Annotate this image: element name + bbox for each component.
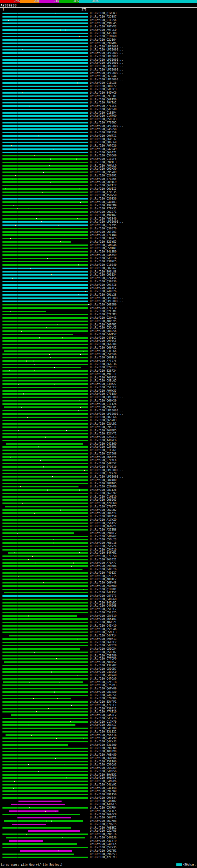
- hit-label[interactable]: UniRef100_Q5K4Y2: [90, 522, 117, 525]
- hit-row[interactable]: UniRef100_C4Y714: [0, 634, 197, 638]
- hit-row[interactable]: UniRef100_B9SU88: [0, 270, 197, 273]
- hit-label[interactable]: UniRef100_P49026: [90, 290, 117, 293]
- hit-row[interactable]: UniRef100_C1H7G9: [0, 114, 197, 118]
- hit-row[interactable]: UniRef100_A2ELV3: [0, 856, 197, 859]
- hit-label[interactable]: UniRef100_A8Q1C2: [90, 578, 117, 581]
- hit-label[interactable]: UniRef100_Q81I26: [90, 489, 117, 491]
- hit-row[interactable]: UniRef100_A9NVL9: [0, 164, 197, 167]
- hit-row[interactable]: UniRef100_Q22AQ6: [0, 829, 197, 833]
- hit-row[interactable]: UniRef100_Q2UUD1: [0, 422, 197, 426]
- hit-row[interactable]: UniRef100_Q6YII7: [0, 184, 197, 187]
- hit-label[interactable]: UniRef100_Q29991: [90, 174, 117, 177]
- hit-label[interactable]: UniRef100_B6JXH8: [90, 820, 117, 823]
- hit-label[interactable]: UniRef100_C4M9P6: [90, 780, 117, 783]
- hit-row[interactable]: UniRef100_A7S9W5: [0, 121, 197, 124]
- hit-label[interactable]: UniRef100_B7Q810: [90, 466, 117, 468]
- hit-row[interactable]: UniRef100_C7EWL6: [0, 459, 197, 462]
- hit-label[interactable]: UniRef100_C4Y714: [90, 634, 117, 637]
- hit-label[interactable]: UniRef100_Q41369: [90, 442, 117, 445]
- hit-row[interactable]: UniRef100_Q9HVM6: [0, 41, 197, 45]
- hit-row[interactable]: UniRef100_Q6P1V0: [0, 98, 197, 101]
- hit-row[interactable]: UniRef100_B0BZ72: [0, 85, 197, 88]
- hit-label[interactable]: UniRef100_B0XXY1: [90, 512, 117, 515]
- hit-label[interactable]: UniRef100_A3LNH7: [90, 664, 117, 667]
- hit-row[interactable]: UniRef100_B6K6V5: [0, 456, 197, 459]
- hit-label[interactable]: UniRef100_B9E150: [90, 793, 117, 796]
- hit-row[interactable]: UniRef100_C5L325: [0, 611, 197, 614]
- hit-row[interactable]: UniRef100_Q5EJ80: [0, 654, 197, 657]
- hit-row[interactable]: UniRef100_P49026: [0, 290, 197, 293]
- hit-row[interactable]: UniRef100_B9ENF3: [0, 776, 197, 780]
- hit-label[interactable]: UniRef100_B9EAW0: [90, 790, 117, 793]
- hit-row[interactable]: UniRef100_A8WGZ1: [0, 621, 197, 624]
- hit-row[interactable]: UniRef100_UPI0000...: [0, 52, 197, 55]
- hit-row[interactable]: UniRef100_C4LV92: [0, 783, 197, 786]
- hit-label[interactable]: UniRef100_C5P5X6: [90, 353, 117, 355]
- hit-row[interactable]: UniRef100_Q6UII5: [0, 187, 197, 191]
- hit-label[interactable]: UniRef100_UPI0000...: [90, 72, 123, 74]
- hit-label[interactable]: UniRef100_C9PTF3: [90, 161, 117, 164]
- hit-row[interactable]: UniRef100_C8BLQ5: [0, 379, 197, 382]
- hit-row[interactable]: UniRef100_Q8T6T3: [0, 594, 197, 598]
- hit-label[interactable]: UniRef100_A7S9W5: [90, 121, 117, 124]
- hit-row[interactable]: UniRef100_Q5CRU4: [0, 806, 197, 809]
- hit-row[interactable]: UniRef100_C39XC5: [0, 237, 197, 240]
- hit-row[interactable]: UniRef100_A66U16: [0, 541, 197, 545]
- hit-row[interactable]: UniRef100_B7FJT0: [0, 306, 197, 310]
- hit-row[interactable]: UniRef100_Q40403: [0, 200, 197, 204]
- hit-row[interactable]: UniRef100_Q7QWT5: [0, 823, 197, 826]
- hit-row[interactable]: UniRef100_Q091L9: [0, 180, 197, 184]
- hit-row[interactable]: UniRef100_Q42249: [0, 148, 197, 151]
- hit-label[interactable]: UniRef100_UPI0000...: [90, 52, 123, 55]
- hit-label[interactable]: UniRef100_B8NT05: [90, 482, 117, 485]
- hit-row[interactable]: UniRef100_B4JE19: [0, 257, 197, 260]
- hit-label[interactable]: UniRef100_A8PBV5: [90, 320, 117, 323]
- hit-label[interactable]: UniRef100_UPI0000...: [90, 297, 123, 300]
- hit-row[interactable]: UniRef100_A9TLL0: [0, 28, 197, 32]
- hit-label[interactable]: UniRef100_C5L3C7: [90, 608, 117, 611]
- hit-label[interactable]: UniRef100_A4HWE5: [90, 803, 117, 806]
- hit-row[interactable]: UniRef100_Q2FBW5: [0, 445, 197, 448]
- hit-label[interactable]: UniRef100_B4K3F2: [90, 714, 117, 716]
- hit-label[interactable]: UniRef100_C4QP68: [90, 598, 117, 601]
- hit-row[interactable]: UniRef100_P46654: [0, 694, 197, 697]
- hit-row[interactable]: UniRef100_Q41369: [0, 442, 197, 445]
- hit-row[interactable]: UniRef100_Q4PES2: [0, 462, 197, 465]
- hit-label[interactable]: UniRef100_UPI0000...: [90, 469, 123, 472]
- hit-row[interactable]: UniRef100_A7E2L4: [0, 104, 197, 108]
- hit-row[interactable]: UniRef100_UPI0000...: [0, 45, 197, 48]
- hit-row[interactable]: UniRef100_C1C2G1: [0, 448, 197, 452]
- hit-row[interactable]: UniRef100_A3LNH7: [0, 664, 197, 667]
- hit-row[interactable]: UniRef100_Q96653: [0, 852, 197, 856]
- hit-row[interactable]: UniRef100_Q81I26: [0, 488, 197, 492]
- hit-label[interactable]: UniRef100_B2CNY1: [90, 432, 117, 435]
- hit-row[interactable]: UniRef100_A5DWU0: [0, 584, 197, 588]
- hit-row[interactable]: UniRef100_Q663B4: [0, 343, 197, 346]
- hit-label[interactable]: UniRef100_Q6UII5: [90, 188, 117, 190]
- hit-row[interactable]: UniRef100_Q6VEJ7: [0, 137, 197, 141]
- hit-label[interactable]: UniRef100_C4Q2C0: [90, 671, 117, 673]
- hit-row[interactable]: UniRef100_Q6CNI7: [0, 723, 197, 727]
- hit-row[interactable]: UniRef100_A9NW35: [0, 389, 197, 393]
- hit-row[interactable]: UniRef100_Q21215: [0, 575, 197, 578]
- hit-row[interactable]: UniRef100_Q2F5M4: [0, 310, 197, 313]
- hit-label[interactable]: UniRef100_B6M8K5: [90, 429, 117, 432]
- hit-row[interactable]: UniRef100_UPI0000...: [0, 220, 197, 223]
- hit-label[interactable]: UniRef100_Q6P1V0: [90, 98, 117, 101]
- hit-label[interactable]: UniRef100_A9P926: [90, 145, 117, 147]
- hit-label[interactable]: UniRef100_C4P1C7: [90, 337, 117, 339]
- hit-row[interactable]: UniRef100_C1BZP4: [0, 111, 197, 115]
- hit-row[interactable]: UniRef100_A9XEM9: [0, 204, 197, 207]
- hit-row[interactable]: UniRef100_UPI0000...: [0, 71, 197, 75]
- hit-row[interactable]: UniRef100_C5GUI3: [0, 538, 197, 541]
- hit-row[interactable]: UniRef100_B0XXY1: [0, 512, 197, 515]
- hit-row[interactable]: UniRef100_C4R7A8: [0, 674, 197, 677]
- hit-row[interactable]: UniRef100_C5MTW1: [0, 247, 197, 250]
- hit-row[interactable]: UniRef100_C1E056: [0, 19, 197, 22]
- hit-label[interactable]: UniRef100_C5XG16: [90, 548, 117, 551]
- hit-label[interactable]: UniRef100_A8WGZ1: [90, 621, 117, 624]
- hit-row[interactable]: UniRef100_B7FX95: [0, 223, 197, 227]
- hit-row[interactable]: UniRef100_C5L3C7: [0, 608, 197, 611]
- hit-row[interactable]: UniRef100_Q29991: [0, 174, 197, 177]
- hit-label[interactable]: UniRef100_B0BZ72: [90, 85, 117, 88]
